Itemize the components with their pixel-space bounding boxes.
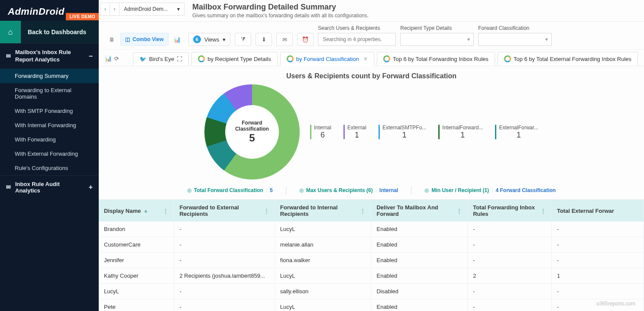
expand-icon: ⛶ (177, 56, 182, 62)
col-total-fwd-rules[interactable]: Total Forwarding Inbox Rules⋮ (468, 200, 552, 221)
tab-top6-external[interactable]: Top 6 by Total External Forwarding Inbox… (498, 52, 638, 65)
chart-area: Users & Recipients count by Forward Clas… (99, 66, 644, 182)
legend-item[interactable]: External1 (343, 125, 366, 140)
sort-asc-icon: ▲ (143, 208, 148, 213)
nav-forwarding-summary[interactable]: Forwarding Summary (0, 69, 99, 83)
download-icon[interactable]: ⬇ (256, 33, 272, 46)
target-icon: ◎ (187, 187, 191, 193)
stat-max-users: ◎ Max Users & Recipients (6) : Internal (299, 186, 398, 194)
chevron-down-icon: ▾ (177, 6, 180, 12)
toolbar: 🗎 ◫ Combo View 📊 6 Views ▾ ⧩ ⬇ ✉ ⏰ Searc… (99, 22, 644, 50)
nav-forwarding-external-domains[interactable]: Forwarding to External Domains (0, 83, 99, 104)
home-icon[interactable]: ⌂ (0, 21, 21, 43)
column-menu-icon[interactable]: ⋮ (360, 208, 366, 214)
donut-chart[interactable]: Forward Classification 5 (204, 84, 300, 180)
col-fwd-external[interactable]: Forwarded to External Recipients⋮ (174, 200, 275, 221)
stat-min-user: ◎ Min User / Recipient (1) : 4 Forward C… (424, 186, 556, 194)
page-title: Mailbox Forwarding Detailed Summary (192, 3, 369, 12)
chevron-down-icon: ▾ (545, 36, 548, 42)
document-icon[interactable]: 🗎 (105, 33, 119, 46)
nav-internal-forwarding[interactable]: With Internal Forwarding (0, 118, 99, 132)
audit-icon: ✉ (6, 184, 11, 190)
nav-with-forwarding[interactable]: With Forwarding (0, 132, 99, 147)
stat-total-forward-class: ◎ Total Forward Classification : 5 (187, 186, 273, 194)
close-icon[interactable]: ✕ (363, 56, 368, 62)
chart-title: Users & Recipients count by Forward Clas… (107, 72, 635, 80)
column-menu-icon[interactable]: ⋮ (540, 208, 546, 214)
tab-top6-total[interactable]: Top 6 by Total Forwarding Inbox Rules (377, 52, 495, 65)
page-header: ‹ › AdminDroid Dem... ▾ Mailbox Forwardi… (99, 0, 644, 22)
nav-back-button[interactable]: ‹ (100, 3, 110, 16)
schedule-icon[interactable]: ⏰ (297, 33, 314, 46)
donut-icon (287, 55, 294, 62)
bar-chart-tab-icon[interactable]: 📊 (105, 52, 112, 65)
target-icon: ◎ (299, 187, 304, 193)
back-to-dashboards-row[interactable]: ⌂ Back to Dashboards (0, 21, 99, 43)
page-subtitle: Gives summary on the mailbox's forwardin… (192, 13, 369, 19)
legend-item[interactable]: InternalForward...1 (438, 125, 483, 140)
refresh-icon[interactable]: ⟳ (114, 52, 119, 65)
back-label: Back to Dashboards (21, 21, 99, 43)
search-label: Search Users & Recipients (318, 25, 396, 31)
legend-item[interactable]: ExternalSMTPFo...1 (379, 125, 426, 140)
table-row[interactable]: Pete - LucyL Enabled - - (99, 299, 644, 311)
col-fwd-internal[interactable]: Forwarded to Internal Recipients⋮ (275, 200, 372, 221)
table-row[interactable]: Brandon - LucyL Enabled - - (99, 221, 644, 237)
bar-chart-icon[interactable]: 📊 (170, 33, 184, 46)
nav-forward-button[interactable]: › (110, 3, 120, 16)
filter-icon[interactable]: ⧩ (235, 33, 251, 46)
table-row[interactable]: Kathy Cooper 2 Recipients (joshua.lamber… (99, 268, 644, 284)
forward-class-select[interactable]: ▾ (478, 33, 552, 46)
legend-item[interactable]: ExternalForwar...1 (495, 125, 538, 140)
data-grid: Display Name ▲⋮ Forwarded to External Re… (99, 199, 644, 311)
table-row[interactable]: Jennifer - fiona.walker Enabled - - (99, 253, 644, 268)
nav-rules-configurations[interactable]: Rule's Configurations (0, 161, 99, 175)
nav-smtp-forwarding[interactable]: With SMTP Forwarding (0, 104, 99, 118)
bird-icon: 🐦 (139, 56, 146, 62)
table-row[interactable]: LucyL - sally.ellison Disabled - - (99, 284, 644, 299)
mailbox-icon: ✉ (6, 53, 11, 59)
donut-icon (383, 55, 390, 62)
chevron-down-icon: ▾ (223, 36, 226, 43)
chart-stats: ◎ Total Forward Classification : 5 ◎ Max… (99, 182, 644, 199)
target-icon: ◎ (424, 187, 429, 193)
chart-combo-icon: ◫ (125, 36, 130, 42)
search-input[interactable] (318, 33, 396, 46)
combo-view-button[interactable]: ◫ Combo View (120, 33, 168, 46)
legend-color-bar (343, 125, 345, 139)
legend-color-bar (495, 125, 496, 139)
legend-item[interactable]: Internal6 (310, 125, 331, 140)
recipient-type-label: Recipient Type Details (400, 25, 474, 31)
legend-color-bar (379, 125, 380, 139)
col-total-ext-fwd[interactable]: Total External Forwar (552, 200, 644, 221)
sidebar: AdminDroid LIVE DEMO ⌂ Back to Dashboard… (0, 0, 99, 311)
brand: AdminDroid LIVE DEMO (0, 0, 99, 21)
nav-section-audit-analytics[interactable]: ✉ Inbox Rule Audit Analytics + (0, 175, 99, 199)
column-menu-icon[interactable]: ⋮ (163, 208, 168, 214)
live-demo-badge: LIVE DEMO (66, 13, 99, 20)
main-content: ‹ › AdminDroid Dem... ▾ Mailbox Forwardi… (99, 0, 644, 311)
donut-icon (504, 55, 511, 62)
nav-external-forwarding[interactable]: With External Forwarding (0, 147, 99, 161)
legend-color-bar (310, 125, 311, 139)
views-dropdown[interactable]: 6 Views ▾ (188, 33, 230, 46)
mail-icon[interactable]: ✉ (276, 33, 293, 46)
tab-by-recipient-type[interactable]: by Recipient Type Details (191, 52, 277, 65)
watermark: o365reports.com (596, 301, 635, 307)
col-deliver-forward[interactable]: Deliver To Mailbox And Forward⋮ (371, 200, 468, 221)
chart-legend: Internal6 External1 ExternalSMTPFo...1 I… (310, 125, 538, 140)
collapse-icon[interactable]: − (89, 52, 93, 60)
table-row[interactable]: CustomerCare - melanie.allan Enabled - - (99, 237, 644, 253)
tab-birds-eye[interactable]: 🐦 Bird's Eye ⛶ (133, 52, 189, 65)
column-menu-icon[interactable]: ⋮ (456, 208, 462, 214)
recipient-type-select[interactable]: ▾ (400, 33, 474, 46)
forward-class-label: Forward Classification (478, 25, 552, 31)
chevron-down-icon: ▾ (467, 36, 470, 42)
expand-icon[interactable]: + (89, 183, 93, 191)
breadcrumb-select[interactable]: AdminDroid Dem... ▾ (120, 3, 184, 16)
nav-section-inbox-rule-analytics[interactable]: ✉ Mailbox's Inbox Rule Report Analytics … (0, 43, 99, 69)
tab-by-forward-classification[interactable]: by Forward Classification ✕ (280, 52, 374, 66)
column-menu-icon[interactable]: ⋮ (264, 208, 269, 214)
donut-icon (198, 55, 205, 62)
col-display-name[interactable]: Display Name ▲⋮ (99, 200, 174, 221)
